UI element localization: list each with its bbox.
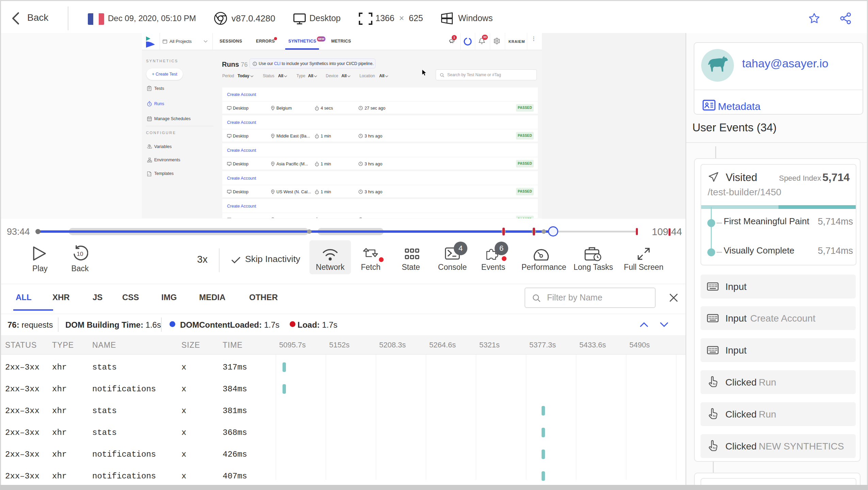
svg-text:10: 10 [77,251,83,257]
